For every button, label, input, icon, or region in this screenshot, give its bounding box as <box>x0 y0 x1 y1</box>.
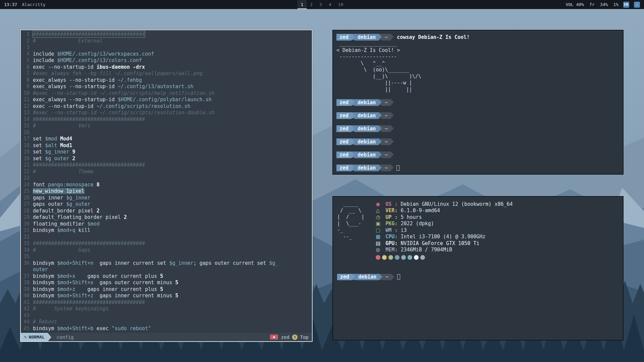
editor-line: 1##################################### <box>21 31 312 38</box>
editor-window[interactable]: 1#####################################2#… <box>20 29 313 342</box>
line-text: bindsym $mod+Shift+z gaps inner current … <box>33 293 178 299</box>
editor-line: 30floating_modifier $mod <box>21 221 312 228</box>
file-badge-icon <box>270 335 278 340</box>
terminal-top-window[interactable]: zeddebian~ cowsay Debian-Z Is Cool! ____… <box>332 30 624 175</box>
prompt-path: ~ <box>382 99 391 106</box>
terminal-row: || || <box>336 86 620 93</box>
terminal-bottom-window[interactable]: _____ / __ \ | / | | \___- -_ --_ ◉ OS :… <box>332 196 624 341</box>
prompt-separator-icon <box>391 99 394 105</box>
sysinfo-label: VER: <box>382 207 400 214</box>
prompt-separator-icon <box>391 34 394 40</box>
edit-mode-icon: ✎ <box>24 335 27 340</box>
terminal-row: zeddebian~ <box>336 125 620 132</box>
terminal-cursor <box>397 274 400 280</box>
editor-line: 38bindsym $mod+Shift+x gaps outer curren… <box>21 280 312 286</box>
color-palette <box>376 254 513 261</box>
command-text: cowsay Debian-Z Is Cool! <box>394 34 470 40</box>
terminal-row: zeddebian~ cowsay Debian-Z Is Cool! <box>336 34 620 41</box>
clock: 13:37 <box>4 2 17 7</box>
editor-line: 8exec_always --no-startup-id ~/.fehbg <box>21 77 312 84</box>
line-number: 14 <box>21 116 33 123</box>
terminal-top-body[interactable]: zeddebian~ cowsay Debian-Z Is Cool! ____… <box>336 34 620 171</box>
workspace-4[interactable]: 4 <box>325 0 335 9</box>
prompt-separator-icon <box>391 125 394 131</box>
line-number: 24 <box>21 182 33 188</box>
terminal-row: zeddebian~ <box>336 99 620 106</box>
prompt-user: zed <box>336 138 352 145</box>
line-text: gaps inner $g_inner <box>33 195 91 201</box>
top-bar: 13:37 Alacritty 123410 VOL 40%fr34%1% FR… <box>0 0 644 9</box>
keyboard-layout-badge[interactable]: FR <box>623 2 629 8</box>
editor-line: 20set $g_outer 2 <box>21 156 312 162</box>
line-number <box>21 266 33 273</box>
prompt-user: zed <box>336 99 352 106</box>
prompt-separator-icon <box>352 165 355 171</box>
prompt-user: zed <box>336 152 352 158</box>
line-number: 19 <box>21 149 33 156</box>
prompt-host: debian <box>355 125 379 132</box>
prompt-separator-icon <box>379 99 382 105</box>
prompt-separator-icon <box>379 274 382 280</box>
prompt-host: debian <box>355 274 379 281</box>
line-number: 8 <box>21 77 33 84</box>
sysinfo-label: CPU: <box>382 234 400 240</box>
editor-line: 29default_floating_border pixel 2 <box>21 214 312 221</box>
bar-status: VOL 40%fr34%1% <box>566 2 619 7</box>
editor-buffer[interactable]: 1#####################################2#… <box>21 30 312 333</box>
editor-line: 19set $g_inner 9 <box>21 149 312 156</box>
prompt-host: debian <box>355 112 379 119</box>
packages-icon: ▣ <box>376 221 382 227</box>
volume-badge[interactable]: ♪ <box>634 2 640 8</box>
sysinfo-value: Debian GNU/Linux 12 (bookworm) x86_64 <box>400 201 513 207</box>
line-number: 41 <box>21 299 33 306</box>
editor-line: 14##################################### <box>21 116 312 123</box>
prompt-separator-icon <box>391 152 394 158</box>
volume-icon: ♪ <box>636 3 638 6</box>
line-text: bindsym $mod+Shift+b exec "sudo reboot" <box>33 325 151 332</box>
mode-indicator: ✎ NORMAL <box>21 333 48 341</box>
line-number: 21 <box>21 162 33 169</box>
line-text: include $HOME/.config/i3/colors.conf <box>33 57 142 64</box>
editor-line: 22# Theme <box>21 169 312 175</box>
prompt-separator-icon <box>352 138 355 144</box>
line-number: 6 <box>21 64 33 71</box>
palette-dot-4 <box>395 255 399 260</box>
prompt-user: zed <box>337 274 352 281</box>
bar-right: VOL 40%fr34%1% FR ♪ <box>566 2 640 8</box>
line-text: # Vars <box>33 123 91 129</box>
line-number: 5 <box>21 57 33 64</box>
line-number: 25 <box>21 188 33 195</box>
terminal-row: \ ^__^ <box>336 60 620 67</box>
prompt-separator-icon <box>379 138 382 144</box>
sysinfo-label: MEM: <box>382 247 400 253</box>
statusline: ✎ NORMAL config zed ≡ Top <box>21 333 312 341</box>
workspace-10[interactable]: 10 <box>335 0 347 9</box>
editor-line: 21##################################### <box>21 162 312 169</box>
editor-line: 44# Reboot <box>21 319 312 325</box>
shell-prompt: zeddebian~ <box>336 138 394 145</box>
line-text: set $mod Mod4 <box>33 136 72 142</box>
terminal-row: ___________________ <box>336 41 620 47</box>
sysinfo-list: ◉ OS : Debian GNU/Linux 12 (bookworm) x8… <box>376 201 513 261</box>
workspace-2[interactable]: 2 <box>307 0 316 9</box>
line-text: exec_always --no-startup-id ~/.config/i3… <box>33 83 194 90</box>
editor-line: 33##################################### <box>21 240 312 247</box>
workspace-1[interactable]: 1 <box>298 0 307 9</box>
line-text: # External <box>33 38 103 45</box>
terminal-row <box>336 119 620 126</box>
sysinfo-value: Intel i3-7100 (4) @ 3.900GHz <box>400 234 485 240</box>
editor-line: 11exec_always --no-startup-id $HOME/.con… <box>21 97 312 103</box>
editor-line: 6exec --no-startup-id ibus-daemon -drx <box>21 64 312 71</box>
terminal-text: \ (oo)\_______ <box>336 67 409 73</box>
sysinfo-label: WM : <box>382 227 400 233</box>
line-number: 18 <box>21 142 33 149</box>
mode-label: NORMAL <box>29 335 45 340</box>
sysinfo-value: 5 hours <box>400 214 422 220</box>
fastfetch-output: _____ / __ \ | / | | \___- -_ --_ ◉ OS :… <box>337 201 619 261</box>
workspace-3[interactable]: 3 <box>316 0 325 9</box>
statusline-right: zed ≡ Top <box>270 335 312 340</box>
line-number: 36 <box>21 260 33 267</box>
terminal-text: \ ^__^ <box>336 60 385 66</box>
line-text: # Theme <box>33 169 94 175</box>
editor-line: 3 <box>21 44 312 51</box>
